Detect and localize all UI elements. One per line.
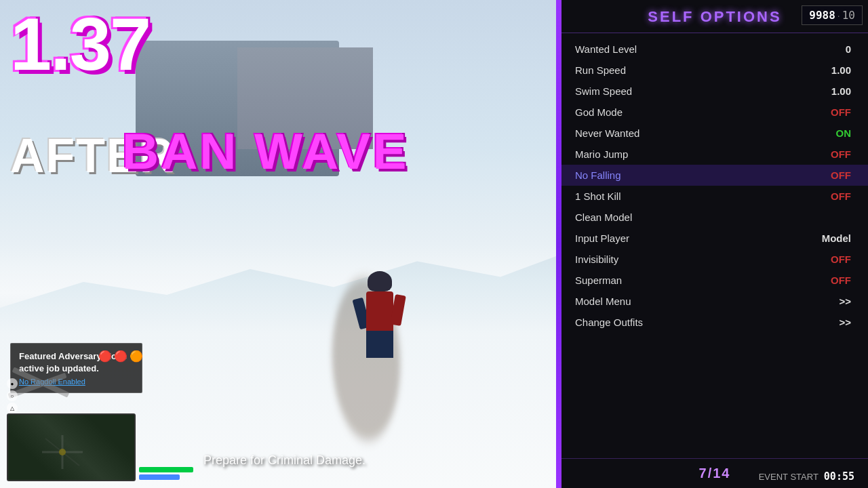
hud-icons: ● ○ △ <box>7 378 18 413</box>
hud-icon-1: ● <box>7 378 18 389</box>
menu-item-value-9: Model <box>822 232 851 244</box>
menu-item-3[interactable]: God ModeOFF <box>561 102 868 123</box>
menu-item-value-13: >> <box>839 317 851 328</box>
event-time: 00:55 <box>824 470 854 483</box>
menu-item-label-6: No Falling <box>575 169 621 181</box>
player-character <box>353 264 407 373</box>
menu-item-value-5: OFF <box>831 148 851 160</box>
menu-content: Self Options Wanted Level0Run Speed1.00S… <box>561 0 868 488</box>
menu-item-value-10: OFF <box>831 253 851 265</box>
minimap-inner <box>8 415 134 480</box>
menu-border-bar <box>556 0 561 488</box>
menu-item-8[interactable]: Clean Model <box>561 207 868 228</box>
menu-item-1[interactable]: Run Speed1.00 <box>561 60 868 81</box>
game-background: 1.37 AFTER BAN WAVE Featured Adversary M… <box>0 0 556 488</box>
menu-item-label-0: Wanted Level <box>575 43 637 55</box>
menu-item-value-7: OFF <box>831 190 851 202</box>
menu-item-value-1: 1.00 <box>831 64 851 76</box>
minimap-roads <box>42 435 83 469</box>
hud-icon-2: ○ <box>7 390 18 401</box>
menu-items-list: Wanted Level0Run Speed1.00Swim Speed1.00… <box>561 33 868 458</box>
emoji-icon-3: 🟠 <box>130 350 143 363</box>
menu-item-11[interactable]: SupermanOFF <box>561 270 868 291</box>
menu-item-10[interactable]: InvisibilityOFF <box>561 249 868 270</box>
counter-separator: · <box>837 10 840 21</box>
menu-item-label-1: Run Speed <box>575 64 626 76</box>
menu-item-value-12: >> <box>839 296 851 307</box>
menu-item-label-13: Change Outfits <box>575 317 643 328</box>
status-bars <box>139 467 193 480</box>
menu-item-value-0: 0 <box>846 43 851 55</box>
menu-item-value-6: OFF <box>831 169 851 181</box>
char-body <box>366 291 393 332</box>
emoji-icon-2: 🔴 <box>114 350 127 363</box>
char-head <box>368 271 392 291</box>
armor-bar <box>139 474 180 480</box>
event-timer: EVENT START 00:55 <box>759 470 854 483</box>
menu-panel: Self Options Wanted Level0Run Speed1.00S… <box>556 0 868 488</box>
menu-item-value-2: 1.00 <box>831 85 851 97</box>
menu-item-label-9: Input Player <box>575 232 629 244</box>
menu-item-value-11: OFF <box>831 274 851 286</box>
health-bar <box>139 467 193 472</box>
menu-item-0[interactable]: Wanted Level0 <box>561 39 868 60</box>
bottom-message: Prepare for Criminal Damage. <box>203 453 366 468</box>
menu-item-7[interactable]: 1 Shot KillOFF <box>561 186 868 207</box>
menu-item-6[interactable]: No FallingOFF <box>561 165 868 186</box>
menu-item-label-3: God Mode <box>575 106 623 118</box>
menu-item-9[interactable]: Input PlayerModel <box>561 228 868 249</box>
menu-item-13[interactable]: Change Outfits>> <box>561 312 868 333</box>
menu-item-label-11: Superman <box>575 274 622 286</box>
char-legs <box>366 331 393 358</box>
menu-item-2[interactable]: Swim Speed1.00 <box>561 81 868 102</box>
svg-point-3 <box>59 449 66 455</box>
ban-wave-label: BAN WAVE <box>122 122 409 180</box>
menu-item-12[interactable]: Model Menu>> <box>561 291 868 312</box>
menu-item-label-4: Never Wanted <box>575 127 639 139</box>
counter-small: 10 <box>842 9 855 22</box>
emoji-icon-1: 🔴 <box>98 350 112 363</box>
minimap <box>7 413 136 481</box>
menu-item-label-8: Clean Model <box>575 211 632 223</box>
menu-item-label-7: 1 Shot Kill <box>575 190 621 202</box>
event-label: EVENT START <box>759 472 818 482</box>
menu-item-label-5: Mario Jump <box>575 148 628 160</box>
menu-item-5[interactable]: Mario JumpOFF <box>561 144 868 165</box>
menu-item-value-4: ON <box>836 127 852 139</box>
counter-value: 9988 <box>809 9 835 22</box>
counter-display: 9988 · 10 <box>802 5 863 25</box>
menu-item-value-3: OFF <box>831 106 851 118</box>
menu-item-label-2: Swim Speed <box>575 85 632 97</box>
menu-item-4[interactable]: Never WantedON <box>561 123 868 144</box>
hud-icon-3: △ <box>7 403 18 413</box>
version-number: 1.37 <box>10 7 150 81</box>
menu-item-label-10: Invisibility <box>575 253 618 265</box>
menu-item-label-12: Model Menu <box>575 296 631 307</box>
emoji-icons: 🔴 🔴 🟠 <box>98 350 143 363</box>
